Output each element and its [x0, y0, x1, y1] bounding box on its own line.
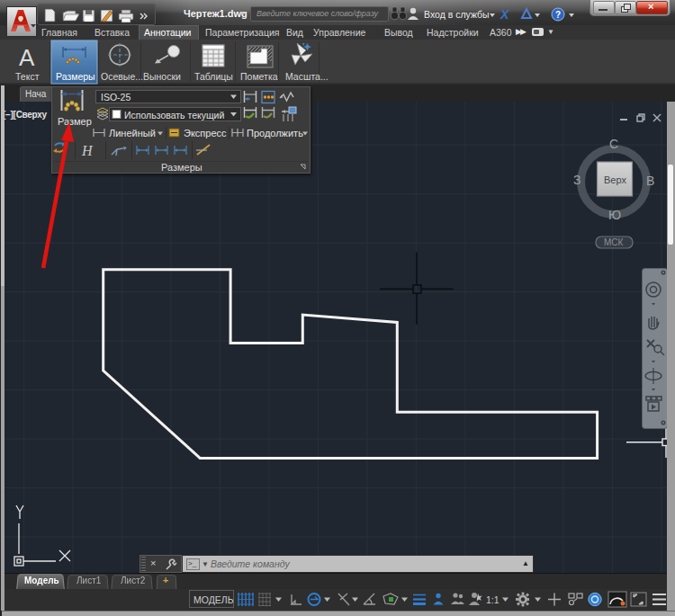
svg-text:В: В	[646, 174, 654, 188]
svg-text:Таблицы: Таблицы	[194, 71, 233, 82]
svg-text:Вход в службы: Вход в службы	[424, 9, 490, 20]
svg-text:1:1: 1:1	[486, 594, 500, 605]
svg-text:МСК: МСК	[604, 237, 624, 247]
svg-text:Размеры: Размеры	[56, 71, 95, 82]
svg-text:Продолжить: Продолжить	[247, 128, 303, 138]
svg-text:МОДЕЛЬ: МОДЕЛЬ	[194, 594, 234, 605]
svg-text:Экспресс: Экспресс	[184, 128, 227, 138]
svg-text:Верх: Верх	[604, 174, 626, 185]
svg-text:A: A	[19, 44, 35, 71]
svg-text:X: X	[500, 7, 510, 22]
svg-text:Выноски: Выноски	[143, 71, 181, 82]
svg-text:ISO-25: ISO-25	[101, 92, 130, 103]
svg-text:Ю: Ю	[608, 208, 621, 222]
svg-text:Пометка: Пометка	[240, 71, 278, 82]
svg-text:С: С	[609, 137, 618, 151]
svg-text:З: З	[573, 173, 580, 187]
svg-text:?: ?	[555, 10, 561, 20]
svg-text:Линейный: Линейный	[109, 128, 156, 138]
svg-text:Текст: Текст	[15, 71, 40, 82]
svg-text:Размеры: Размеры	[161, 162, 202, 173]
svg-text:Масшта...: Масшта...	[285, 71, 328, 82]
svg-text:Осевые...: Осевые...	[101, 71, 143, 82]
svg-text:Использовать текущий: Использовать текущий	[124, 110, 224, 121]
